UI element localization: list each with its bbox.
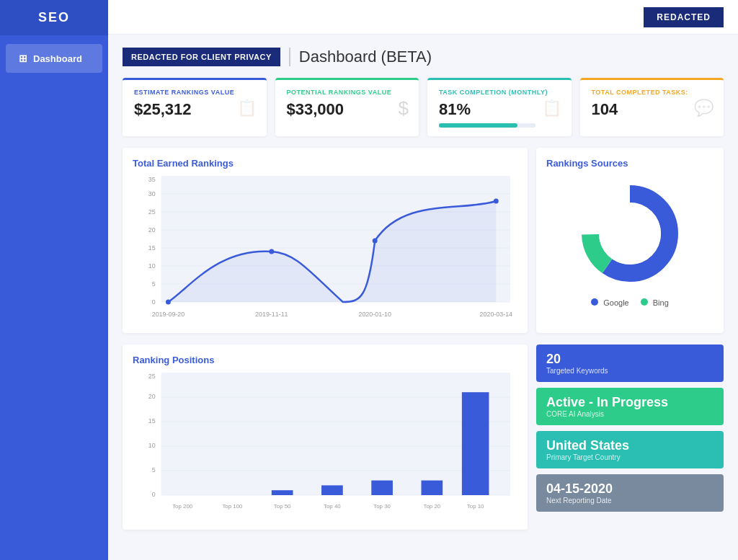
- svg-text:Top 20: Top 20: [423, 503, 440, 510]
- svg-point-20: [166, 300, 171, 305]
- svg-rect-45: [462, 392, 489, 495]
- info-value-country: United States: [546, 438, 713, 453]
- svg-text:0: 0: [152, 491, 156, 498]
- svg-text:30: 30: [148, 190, 156, 197]
- page-title: Dashboard (BETA): [289, 48, 432, 66]
- metric-icon-completed: 💬: [694, 99, 713, 117]
- page-header: REDACTED FOR CLIENT PRIVACY Dashboard (B…: [123, 48, 724, 66]
- progress-bar-fill: [439, 123, 517, 128]
- svg-rect-42: [321, 485, 343, 495]
- sidebar-logo: SEO: [0, 0, 108, 35]
- svg-text:2020-03-14: 2020-03-14: [480, 311, 512, 318]
- metric-value-potential: $33,000: [287, 100, 408, 119]
- info-label-country: Primary Target Country: [546, 453, 713, 461]
- svg-text:Top 30: Top 30: [373, 503, 391, 510]
- info-value-reporting: 04-15-2020: [546, 481, 713, 497]
- redacted-button[interactable]: REDACTED: [644, 7, 724, 27]
- line-chart-svg: 0 5 10 15 20 25 30 35: [133, 176, 517, 320]
- charts-row: Total Earned Rankings 0 5 10 15 20 25 30…: [123, 148, 724, 333]
- sidebar-nav: ⊞ Dashboard: [0, 43, 108, 74]
- donut-container: Google Bing: [546, 176, 713, 307]
- svg-text:25: 25: [148, 373, 156, 380]
- svg-text:5: 5: [152, 466, 156, 474]
- metric-label-potential: POTENTIAL RANKINGS VALUE: [287, 89, 408, 96]
- metric-card-task: TASK COMPLETION (MONTHLY) 81% 📋: [427, 78, 572, 136]
- info-card-keywords: 20 Targeted Keywords: [536, 345, 724, 382]
- donut-chart-title: Rankings Sources: [546, 158, 713, 169]
- bottom-row: Ranking Positions 0 5 10 15 20 25: [123, 345, 724, 530]
- topbar: REDACTED: [108, 0, 738, 35]
- progress-bar-container: [439, 123, 535, 128]
- svg-text:Top 40: Top 40: [324, 503, 341, 510]
- svg-text:20: 20: [148, 393, 156, 400]
- info-label-keywords: Targeted Keywords: [546, 367, 713, 375]
- metric-label-estimate: ESTIMATE RANKINGS VALUE: [134, 89, 255, 96]
- line-chart-card: Total Earned Rankings 0 5 10 15 20 25 30…: [123, 148, 528, 333]
- svg-rect-41: [272, 490, 293, 495]
- google-label: Google: [603, 298, 628, 307]
- svg-point-21: [269, 249, 274, 254]
- redacted-badge: REDACTED FOR CLIENT PRIVACY: [123, 48, 280, 66]
- svg-text:2020-01-10: 2020-01-10: [358, 311, 391, 318]
- legend-bing: Bing: [641, 298, 669, 307]
- bar-chart-card: Ranking Positions 0 5 10 15 20 25: [123, 345, 528, 530]
- donut-chart-card: Rankings Sources Google: [536, 148, 724, 333]
- svg-text:25: 25: [148, 208, 156, 215]
- metric-card-potential: POTENTIAL RANKINGS VALUE $33,000 $: [275, 78, 419, 136]
- dashboard-icon: ⊞: [19, 53, 27, 64]
- sidebar: SEO ⊞ Dashboard: [0, 0, 108, 560]
- info-card-country: United States Primary Target Country: [536, 431, 724, 468]
- info-value-status: Active - In Progress: [546, 395, 713, 410]
- google-dot: [591, 298, 598, 306]
- donut-svg: [572, 176, 688, 291]
- bar-chart-svg: 0 5 10 15 20 25: [133, 373, 517, 517]
- sidebar-item-dashboard[interactable]: ⊞ Dashboard: [6, 44, 102, 73]
- metric-icon-task: 📋: [542, 99, 561, 117]
- info-card-status: Active - In Progress CORE AI Analysis: [536, 388, 724, 425]
- svg-text:15: 15: [148, 244, 156, 252]
- main-content: REDACTED REDACTED FOR CLIENT PRIVACY Das…: [108, 0, 738, 560]
- metric-label-task: TASK COMPLETION (MONTHLY): [439, 89, 560, 96]
- info-card-reporting: 04-15-2020 Next Reporting Date: [536, 474, 724, 512]
- svg-point-22: [373, 239, 378, 244]
- svg-rect-43: [371, 481, 393, 495]
- svg-text:Top 10: Top 10: [467, 503, 484, 510]
- donut-legend: Google Bing: [591, 298, 669, 307]
- metric-card-completed: TOTAL COMPLETED TASKS: 104 💬: [580, 78, 724, 136]
- svg-text:35: 35: [148, 176, 156, 183]
- page-content: REDACTED FOR CLIENT PRIVACY Dashboard (B…: [108, 35, 738, 560]
- legend-google: Google: [591, 298, 629, 307]
- line-chart-title: Total Earned Rankings: [133, 158, 517, 169]
- svg-text:2019-09-20: 2019-09-20: [152, 311, 184, 318]
- svg-text:Top 100: Top 100: [222, 503, 243, 510]
- svg-text:5: 5: [152, 280, 156, 288]
- metric-cards: ESTIMATE RANKINGS VALUE $25,312 📋 POTENT…: [123, 78, 724, 136]
- bing-dot: [641, 298, 648, 306]
- svg-point-26: [599, 203, 661, 265]
- svg-rect-27: [161, 373, 511, 495]
- svg-text:10: 10: [148, 262, 156, 270]
- bar-chart-title: Ranking Positions: [133, 355, 517, 365]
- metric-icon-estimate: 📋: [237, 99, 257, 117]
- bing-label: Bing: [653, 298, 669, 307]
- metric-label-completed: TOTAL COMPLETED TASKS:: [592, 89, 713, 96]
- svg-point-23: [494, 199, 499, 204]
- info-value-keywords: 20: [546, 352, 713, 367]
- svg-text:Top 50: Top 50: [274, 503, 291, 510]
- metric-icon-potential: $: [399, 97, 409, 120]
- svg-text:20: 20: [148, 226, 156, 234]
- svg-text:0: 0: [152, 298, 156, 306]
- svg-text:10: 10: [148, 442, 156, 449]
- metric-card-estimate: ESTIMATE RANKINGS VALUE $25,312 📋: [123, 78, 267, 136]
- svg-text:Top 200: Top 200: [172, 503, 193, 510]
- info-label-status: CORE AI Analysis: [546, 410, 713, 418]
- svg-rect-44: [422, 481, 443, 495]
- info-cards: 20 Targeted Keywords Active - In Progres…: [536, 345, 724, 530]
- svg-text:15: 15: [148, 417, 156, 425]
- sidebar-item-label: Dashboard: [33, 53, 82, 64]
- info-label-reporting: Next Reporting Date: [546, 497, 713, 505]
- svg-text:2019-11-11: 2019-11-11: [255, 311, 288, 318]
